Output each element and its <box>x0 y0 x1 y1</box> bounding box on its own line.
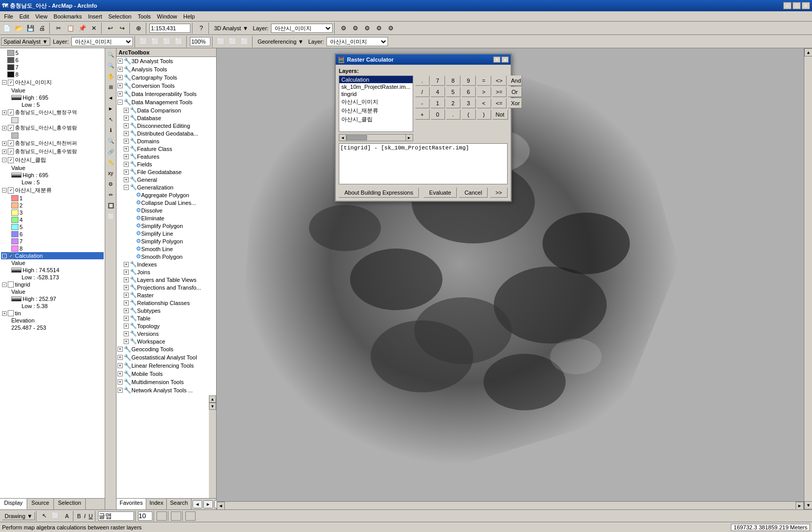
menu-file[interactable]: File <box>1 12 16 21</box>
pan-btn[interactable]: ✋ <box>106 71 116 81</box>
tree-toggle[interactable]: + <box>124 116 129 121</box>
tree-toggle[interactable]: + <box>124 146 129 151</box>
draw-cursor-btn[interactable]: ↖ <box>39 511 49 521</box>
tree-toggle[interactable]: + <box>118 371 123 376</box>
tree-toggle[interactable]: − <box>118 100 123 105</box>
tree-item-3d-analyst[interactable]: + 🔧 3D Analyst Tools <box>117 57 216 65</box>
full-extent-btn[interactable]: ⊞ <box>106 82 116 92</box>
tree-toggle[interactable]: + <box>124 285 129 290</box>
help-btn[interactable]: ? <box>196 23 207 34</box>
btn-5[interactable]: 5 <box>446 87 460 97</box>
evaluate-btn[interactable]: Evaluate <box>423 187 457 198</box>
expand-icon[interactable]: + <box>2 311 7 316</box>
btn-plus[interactable]: + <box>415 109 430 120</box>
btn-2[interactable]: 2 <box>446 98 460 108</box>
tree-toggle[interactable]: + <box>124 169 129 175</box>
tree-toggle[interactable]: + <box>118 91 123 97</box>
text-color-btn[interactable] <box>157 511 167 521</box>
expand-icon[interactable]: − <box>2 80 7 85</box>
back-btn[interactable]: ◄ <box>106 92 116 103</box>
expand-icon[interactable]: + <box>2 110 7 115</box>
tree-toggle[interactable]: + <box>118 379 123 385</box>
zoom-in-btn[interactable]: 🔍 <box>106 49 116 60</box>
layer-select1[interactable]: 아산시_이미지 <box>271 24 333 33</box>
tree-toggle[interactable]: + <box>124 331 129 336</box>
tree-item-projections[interactable]: + 🔧 Projections and Transfo... <box>117 283 216 291</box>
map-hscroll-right[interactable]: ► <box>796 502 804 509</box>
bold-btn[interactable]: B <box>76 513 82 519</box>
maximize-button[interactable]: □ <box>792 2 801 9</box>
menu-window[interactable]: Window <box>154 12 180 21</box>
print-btn[interactable]: 🖨 <box>36 23 48 34</box>
geoproc-btn[interactable]: ⚙ <box>106 179 116 189</box>
drawing-dropdown[interactable]: Drawing ▼ <box>2 512 35 520</box>
list-item[interactable]: − ✓ 아산시_재분류 <box>1 186 104 195</box>
tree-toggle[interactable]: + <box>124 277 129 282</box>
redo-btn[interactable]: ↪ <box>117 23 128 34</box>
tree-item-joins[interactable]: + 🔧 Joins <box>117 268 216 276</box>
tree-item-subtypes[interactable]: + 🔧 Subtypes <box>117 307 216 314</box>
sa-btn1[interactable]: ⬜ <box>138 36 149 47</box>
zoom-btn3[interactable]: ⬜ <box>239 36 250 47</box>
btn-div[interactable]: / <box>415 87 430 97</box>
tree-toggle[interactable]: + <box>118 355 123 360</box>
nav-forward[interactable]: ► <box>203 500 213 508</box>
map-vscrollbar[interactable]: ▲ ▼ <box>804 48 812 509</box>
btn-xor[interactable]: Xor <box>508 98 522 108</box>
tree-item-versions[interactable]: + 🔧 Versions <box>117 330 216 337</box>
tab-source[interactable]: Source <box>27 499 54 509</box>
nav-back[interactable]: ◄ <box>192 500 202 508</box>
open-btn[interactable]: 📂 <box>13 23 24 34</box>
btn-3[interactable]: 3 <box>461 98 476 108</box>
menu-selection[interactable]: Selection <box>105 12 134 21</box>
map-scroll-down[interactable]: ▼ <box>804 501 812 509</box>
list-item[interactable]: − ✓ 아산시_클립 <box>1 156 104 164</box>
tree-toggle[interactable]: + <box>124 131 129 136</box>
save-btn[interactable]: 💾 <box>25 23 36 34</box>
tree-item-indexes[interactable]: + 🔧 Indexes <box>117 260 216 268</box>
tree-item-eliminate[interactable]: ⚙ Eliminate <box>117 214 216 222</box>
measure-btn[interactable]: 📏 <box>106 157 116 167</box>
tree-item-mobile[interactable]: + 🔧 Mobile Tools <box>117 370 216 378</box>
tree-toggle[interactable]: + <box>124 339 129 344</box>
georef-label[interactable]: Georeferencing ▼ <box>256 39 306 45</box>
map-hscrollbar[interactable]: ◄ ► <box>217 501 804 509</box>
georef-btn[interactable]: 🔲 <box>106 200 116 211</box>
info-btn[interactable]: ℹ <box>106 125 116 135</box>
map-scroll-up[interactable]: ▲ <box>804 48 812 56</box>
btn-neq[interactable]: <> <box>492 75 507 86</box>
tree-item-database[interactable]: + 🔧 Database <box>117 114 216 122</box>
tree-toggle[interactable]: − <box>124 185 129 190</box>
menu-edit[interactable]: Edit <box>16 12 32 21</box>
cut-btn[interactable]: ✂ <box>53 23 64 34</box>
font-size-input[interactable] <box>138 511 152 521</box>
layer-item-asansi-jaebn[interactable]: 아산시_재분류 <box>339 106 413 115</box>
toolbar-btn-extra5[interactable]: ⚙ <box>385 23 396 34</box>
tree-item-collapse-dual[interactable]: ⚙ Collapse Dual Lines... <box>117 199 216 206</box>
scroll-right-btn[interactable]: ► <box>405 135 413 141</box>
zoom-input[interactable] <box>190 37 210 46</box>
font-input[interactable] <box>98 511 134 521</box>
tree-item-distributed-geo[interactable]: + 🔧 Distributed Geodataba... <box>117 129 216 137</box>
tree-toggle[interactable]: + <box>124 308 129 313</box>
btn-dot[interactable]: . <box>415 75 430 86</box>
tree-item-feature-class[interactable]: + 🔧 Feature Class <box>117 145 216 153</box>
btn-gt[interactable]: > <box>477 87 491 97</box>
toolbar-btn-extra1[interactable]: ⚙ <box>338 23 349 34</box>
menu-view[interactable]: View <box>32 12 51 21</box>
tree-toggle[interactable]: + <box>124 324 129 329</box>
layers-list[interactable]: Calculation sk_10m_ProjectRaster.im... t… <box>339 75 413 132</box>
about-building-btn[interactable]: About Building Expressions <box>339 187 419 198</box>
btn-not[interactable]: Not <box>492 109 508 120</box>
draw-select-btn[interactable]: ⬜ <box>50 511 61 521</box>
list-item[interactable]: − tingrid <box>1 281 104 288</box>
undo-btn[interactable]: ↩ <box>105 23 116 34</box>
zoom-btn1[interactable]: ⬜ <box>216 36 227 47</box>
btn-4[interactable]: 4 <box>431 87 445 97</box>
menu-insert[interactable]: Insert <box>85 12 105 21</box>
layer-item-asansi-clip[interactable]: 아산시_클립 <box>339 115 413 124</box>
tree-item-data-mgmt[interactable]: − 🔧 Data Management Tools <box>117 98 216 106</box>
tree-toggle[interactable]: + <box>124 300 129 306</box>
tree-item-workspace[interactable]: + 🔧 Workspace <box>117 337 216 345</box>
scroll-left-btn[interactable]: ◄ <box>339 135 346 141</box>
